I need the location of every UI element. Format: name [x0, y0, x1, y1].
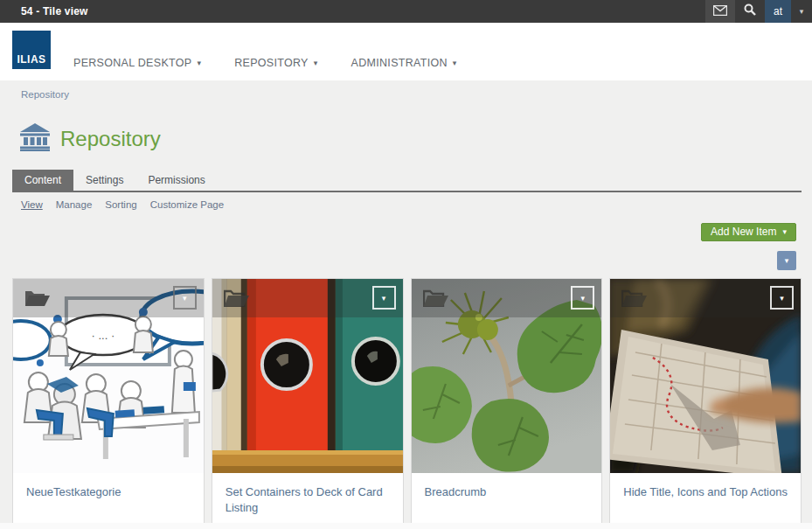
- toolbar: Add New Item ▾: [0, 223, 796, 241]
- tile-title-link[interactable]: NeueTestkategorie: [26, 484, 191, 500]
- caret-down-icon: ▾: [183, 294, 187, 303]
- caret-down-icon: ▾: [197, 59, 201, 67]
- user-menu-caret-button[interactable]: ▾: [791, 0, 812, 23]
- ilias-logo[interactable]: ILIAS: [12, 31, 51, 69]
- tile-card[interactable]: ▾ Breadcrumb: [411, 278, 603, 527]
- user-menu-button[interactable]: at: [765, 0, 791, 23]
- folder-icon: [24, 288, 51, 307]
- tile-card[interactable]: ▾ Set Containers to Deck of Card Listing: [212, 278, 404, 527]
- tile-actions-dropdown-button[interactable]: ▾: [770, 286, 794, 310]
- card-image-leaves-photo[interactable]: ▾: [412, 279, 602, 473]
- tile-card[interactable]: · ... ·: [12, 278, 205, 527]
- topbar-actions: at ▾: [705, 0, 812, 23]
- nav-administration[interactable]: ADMINISTRATION ▾: [351, 57, 457, 69]
- nav-personal-desktop[interactable]: PERSONAL DESKTOP ▾: [73, 57, 201, 69]
- main-header: ILIAS PERSONAL DESKTOP ▾ REPOSITORY ▾ AD…: [0, 23, 812, 80]
- svg-text:· ... ·: · ... ·: [92, 329, 115, 342]
- logo-text: ILIAS: [17, 53, 45, 66]
- breadcrumb: Repository: [0, 80, 812, 100]
- tile-title-link[interactable]: Breadcrumb: [425, 484, 589, 500]
- tab-content[interactable]: Content: [12, 170, 73, 191]
- card-body: Hide Title, Icons and Top Actions: [610, 473, 801, 523]
- tile-actions-dropdown-button[interactable]: ▾: [571, 286, 594, 310]
- repository-icon: [20, 123, 50, 155]
- main-navigation: PERSONAL DESKTOP ▾ REPOSITORY ▾ ADMINIST…: [73, 57, 457, 69]
- tile-title-link[interactable]: Hide Title, Icons and Top Actions: [623, 484, 788, 500]
- tab-bar: Content Settings Permissions: [12, 170, 802, 192]
- mail-icon: [713, 3, 727, 19]
- top-bar: 54 - Tile view at ▾: [0, 0, 812, 23]
- folder-icon: [621, 288, 648, 307]
- card-body: Breadcrumb: [412, 473, 602, 523]
- nav-label: PERSONAL DESKTOP: [73, 57, 191, 69]
- user-initials: at: [774, 5, 782, 17]
- folder-icon: [224, 288, 250, 307]
- footer-strip: [0, 523, 812, 529]
- add-new-item-label: Add New Item: [711, 226, 776, 238]
- folder-icon: [423, 288, 449, 307]
- caret-down-icon: ▾: [782, 227, 787, 236]
- tile-actions-dropdown-button[interactable]: ▾: [372, 286, 396, 310]
- caret-down-icon: ▾: [800, 7, 804, 16]
- search-icon: [744, 3, 756, 19]
- mail-button[interactable]: [705, 0, 735, 23]
- nav-repository[interactable]: REPOSITORY ▾: [234, 57, 317, 69]
- card-image-classroom-illustration[interactable]: · ... ·: [13, 279, 204, 473]
- page-head: Repository: [20, 123, 812, 155]
- subtab-view[interactable]: View: [21, 199, 43, 210]
- tile-grid: · ... ·: [12, 278, 802, 527]
- caret-down-icon: ▾: [780, 294, 784, 303]
- nav-label: REPOSITORY: [234, 57, 309, 69]
- card-body: Set Containers to Deck of Card Listing: [212, 473, 403, 526]
- caret-down-icon: ▾: [785, 256, 789, 265]
- page-actions-dropdown-button[interactable]: ▾: [777, 251, 796, 270]
- tab-settings[interactable]: Settings: [73, 170, 135, 191]
- card-body: NeueTestkategorie: [13, 473, 204, 523]
- caret-down-icon: ▾: [580, 294, 585, 303]
- caret-down-icon: ▾: [382, 294, 386, 303]
- search-button[interactable]: [735, 0, 765, 23]
- window-title: 54 - Tile view: [21, 5, 88, 17]
- card-image-binders-photo[interactable]: ▾: [212, 279, 403, 473]
- card-image-map-photo[interactable]: ▾: [610, 279, 801, 473]
- subtab-sorting[interactable]: Sorting: [105, 199, 136, 210]
- caret-down-icon: ▾: [453, 59, 457, 67]
- caret-down-icon: ▾: [314, 59, 318, 67]
- subtab-manage[interactable]: Manage: [56, 199, 93, 210]
- nav-label: ADMINISTRATION: [351, 57, 448, 69]
- tile-card[interactable]: ▾ Hide Title, Icons and Top Actions: [609, 278, 802, 527]
- page-title: Repository: [60, 127, 161, 151]
- add-new-item-button[interactable]: Add New Item ▾: [701, 223, 796, 241]
- breadcrumb-item-repository[interactable]: Repository: [21, 89, 69, 100]
- tab-permissions[interactable]: Permissions: [135, 170, 217, 191]
- page-actions-row: ▾: [0, 251, 796, 270]
- tile-actions-dropdown-button[interactable]: ▾: [173, 286, 197, 310]
- subtab-customize-page[interactable]: Customize Page: [150, 199, 224, 210]
- subtab-bar: View Manage Sorting Customize Page: [21, 199, 812, 210]
- tile-title-link[interactable]: Set Containers to Deck of Card Listing: [226, 484, 390, 515]
